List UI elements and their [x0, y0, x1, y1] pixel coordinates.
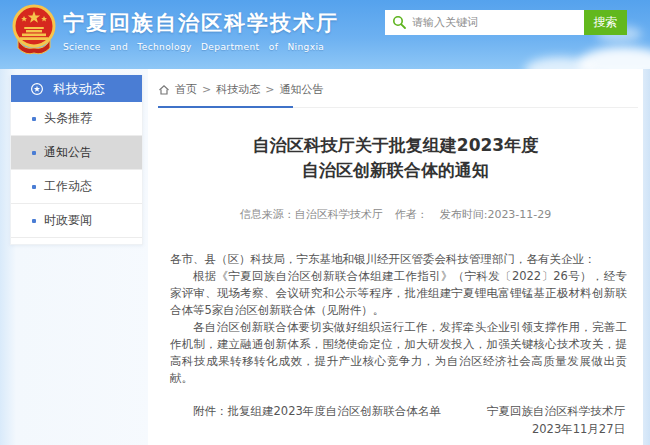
sidebar-section-header[interactable]: 科技动态 — [11, 75, 142, 102]
article-date: 2023年11月27日 — [487, 420, 625, 438]
sidebar-item-notices[interactable]: 通知公告 — [11, 136, 142, 170]
article-title-line2: 自治区创新联合体的通知 — [148, 158, 643, 183]
article-source: 信息来源：自治区科学技术厅 — [240, 207, 383, 222]
site-title: 宁夏回族自治区科学技术厅 — [63, 9, 339, 37]
sidebar-item-label: 时政要闻 — [44, 212, 92, 229]
breadcrumb-separator: > — [202, 83, 211, 96]
article-title-line1: 自治区科技厅关于批复组建2023年度 — [148, 133, 643, 158]
home-icon — [158, 84, 170, 96]
article-author: 作者： — [395, 207, 428, 222]
sidebar-item-label: 头条推荐 — [44, 110, 92, 127]
sidebar-item-label: 通知公告 — [44, 144, 92, 161]
site-header: 宁夏回族自治区科学技术厅 Science and Technology Depa… — [0, 0, 650, 69]
search-input[interactable] — [385, 10, 584, 35]
bullet-icon — [32, 185, 36, 189]
breadcrumb-current[interactable]: 通知公告 — [279, 82, 323, 97]
article-meta: 信息来源：自治区科学技术厅 作者： 发布时间:2023-11-29 — [148, 207, 643, 222]
sidebar-nav: 科技动态 头条推荐 通知公告 工作动态 时政要闻 — [10, 75, 143, 245]
article-paragraph: 根据《宁夏回族自治区创新联合体组建工作指引》（宁科发〔2022〕26号），经专家… — [170, 268, 627, 319]
search-button[interactable]: 搜索 — [584, 10, 627, 35]
article-paragraph: 各自治区创新联合体要切实做好组织运行工作，发挥牵头企业引领支撑作用，完善工作机制… — [170, 319, 627, 387]
breadcrumb-separator: > — [265, 83, 274, 96]
national-emblem-icon — [9, 3, 59, 59]
breadcrumb-divider — [148, 106, 643, 109]
site-brand: 宁夏回族自治区科学技术厅 Science and Technology Depa… — [63, 9, 339, 52]
article-title: 自治区科技厅关于批复组建2023年度 自治区创新联合体的通知 — [148, 133, 643, 183]
article-paragraph: 各市、县（区）科技局，宁东基地和银川经开区管委会科技管理部门，各有关企业： — [170, 251, 627, 268]
sidebar-item-label: 工作动态 — [44, 178, 92, 195]
article-body: 各市、县（区）科技局，宁东基地和银川经开区管委会科技管理部门，各有关企业： 根据… — [170, 251, 627, 420]
bullet-icon — [32, 219, 36, 223]
breadcrumb: 首页 > 科技动态 > 通知公告 — [148, 69, 643, 106]
bullet-icon — [32, 151, 36, 155]
sidebar-item-headlines[interactable]: 头条推荐 — [11, 102, 142, 136]
sidebar-title: 科技动态 — [53, 80, 105, 98]
search-icon — [392, 15, 407, 30]
main-content-panel: 首页 > 科技动态 > 通知公告 自治区科技厅关于批复组建2023年度 自治区创… — [148, 69, 643, 445]
sidebar-item-politics-news[interactable]: 时政要闻 — [11, 204, 142, 238]
site-search: 搜索 — [385, 10, 627, 35]
breadcrumb-home[interactable]: 首页 — [175, 82, 197, 97]
bullet-icon — [32, 117, 36, 121]
article-signature: 宁夏回族自治区科学技术厅 — [487, 402, 625, 420]
article-footer: 宁夏回族自治区科学技术厅 2023年11月27日 — [487, 402, 625, 438]
site-subtitle: Science and Technology Department of Nin… — [63, 42, 339, 52]
breadcrumb-section[interactable]: 科技动态 — [216, 82, 260, 97]
sidebar-item-work-news[interactable]: 工作动态 — [11, 170, 142, 204]
circle-star-icon — [30, 82, 44, 96]
article-publish-time: 发布时间:2023-11-29 — [440, 207, 552, 222]
